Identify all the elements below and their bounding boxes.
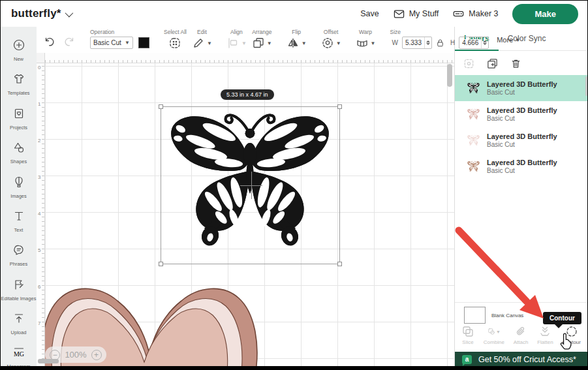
operation-select[interactable]: Basic Cut ▼ bbox=[90, 37, 133, 49]
group-select-button[interactable] bbox=[463, 57, 475, 70]
align-icon bbox=[226, 37, 240, 50]
ruler-number: 4 bbox=[38, 211, 40, 217]
flip-button[interactable]: ▼ bbox=[286, 37, 307, 50]
edit-button[interactable]: ▼ bbox=[192, 37, 212, 50]
attach-button[interactable]: Attach bbox=[514, 325, 529, 345]
duplicate-button[interactable] bbox=[486, 57, 499, 70]
sidebar-item-shapes[interactable]: Shapes bbox=[1, 136, 37, 170]
more-button[interactable]: More ▼ bbox=[493, 27, 524, 53]
header: butterfly* Save My Stuff Maker 3 Make bbox=[1, 1, 587, 27]
offset-label: Offset bbox=[324, 29, 339, 35]
layer-thumbnail-butterfly bbox=[467, 161, 480, 173]
width-input-box bbox=[402, 37, 432, 49]
undo-button[interactable] bbox=[43, 35, 56, 48]
caret-down-icon: ▼ bbox=[241, 40, 247, 46]
machine-select[interactable]: Maker 3 bbox=[453, 9, 498, 19]
my-stuff-button[interactable]: My Stuff bbox=[394, 9, 439, 19]
select-all-button[interactable] bbox=[168, 37, 181, 50]
warp-icon bbox=[356, 37, 369, 50]
color-swatch[interactable] bbox=[138, 37, 149, 48]
resize-handle-bottom-right[interactable] bbox=[337, 262, 342, 266]
layer-item[interactable]: Layered 3D ButterflyBasic Cut bbox=[455, 101, 588, 127]
edit-toolbar: Operation Basic Cut ▼ Select All Edit ▼ … bbox=[37, 27, 454, 53]
layer-list: Layered 3D ButterflyBasic CutLayered 3D … bbox=[455, 75, 588, 179]
contour-button[interactable]: Contour bbox=[562, 325, 580, 345]
sidebar-item-projects[interactable]: Projects bbox=[1, 102, 37, 136]
save-button[interactable]: Save bbox=[360, 9, 379, 18]
blank-canvas-label: Blank Canvas bbox=[491, 313, 523, 318]
resize-handle-top-left[interactable] bbox=[159, 104, 163, 109]
delete-button[interactable] bbox=[510, 57, 522, 70]
sidebar-item-text[interactable]: Text bbox=[1, 204, 37, 238]
sidebar-item-templates[interactable]: Templates bbox=[1, 67, 37, 101]
sidebar-item-label: Templates bbox=[7, 90, 29, 96]
sidebar-item-label: Shapes bbox=[10, 159, 27, 164]
offset-button[interactable]: ▼ bbox=[321, 37, 341, 50]
resize-handle-top-right[interactable] bbox=[337, 104, 342, 109]
slice-button[interactable]: Slice bbox=[461, 325, 474, 345]
align-button[interactable]: ▼ bbox=[226, 37, 247, 50]
sidebar-item-editable-images[interactable]: Editable Images bbox=[1, 273, 37, 307]
layer-operation: Basic Cut bbox=[487, 89, 557, 96]
app-window: butterfly* Save My Stuff Maker 3 Make Op… bbox=[0, 0, 588, 370]
layer-thumbnail-butterfly bbox=[467, 134, 480, 147]
images-icon bbox=[12, 176, 25, 191]
resize-handle-bottom-left[interactable] bbox=[159, 262, 163, 266]
sidebar-item-label: Upload bbox=[11, 330, 27, 335]
warp-button[interactable]: ▼ bbox=[356, 37, 376, 50]
layer-operation: Basic Cut bbox=[487, 167, 557, 174]
caret-down-icon: ▼ bbox=[267, 40, 272, 46]
sidebar-item-upload[interactable]: Upload bbox=[1, 307, 37, 341]
arrange-button[interactable]: ▼ bbox=[252, 37, 272, 50]
sidebar-item-label: Editable Images bbox=[1, 296, 37, 301]
promo-banner[interactable]: a Get 50% off Cricut Access* bbox=[455, 352, 588, 367]
canvas-vertical-scrollbar[interactable] bbox=[447, 64, 452, 87]
arrange-icon bbox=[252, 37, 265, 50]
machine-icon bbox=[453, 9, 464, 19]
sidebar-item-monogram[interactable]: MGMonogram bbox=[1, 341, 37, 370]
warp-label: Warp bbox=[359, 29, 372, 35]
action-label: Attach bbox=[514, 339, 529, 345]
make-button[interactable]: Make bbox=[512, 4, 578, 24]
machine-label: Maker 3 bbox=[469, 9, 498, 18]
zoom-in-button[interactable]: + bbox=[91, 350, 102, 360]
width-input[interactable] bbox=[403, 39, 424, 46]
ruler-number: 6 bbox=[38, 284, 40, 290]
attach-icon bbox=[514, 325, 527, 338]
caret-down-icon: ▼ bbox=[371, 40, 376, 46]
selection-box[interactable] bbox=[161, 106, 340, 264]
promo-text: Get 50% off Cricut Access* bbox=[478, 355, 576, 364]
layer-item[interactable]: Layered 3D ButterflyBasic Cut bbox=[455, 127, 588, 153]
ruler-number: 3 bbox=[38, 174, 40, 180]
layer-item[interactable]: Layered 3D ButterflyBasic Cut bbox=[455, 153, 588, 179]
caret-down-icon: ▼ bbox=[302, 40, 307, 46]
lock-icon[interactable] bbox=[435, 38, 445, 48]
sidebar-item-label: New bbox=[14, 56, 23, 62]
operation-value: Basic Cut bbox=[93, 39, 121, 46]
list-scrollbar[interactable] bbox=[585, 76, 587, 96]
width-stepper[interactable] bbox=[424, 37, 431, 48]
upload-icon bbox=[12, 312, 25, 328]
canvas-horizontal-scrollbar[interactable] bbox=[38, 359, 59, 363]
height-stepper[interactable] bbox=[481, 37, 488, 48]
project-title-menu[interactable]: butterfly* bbox=[1, 7, 71, 20]
cricut-access-logo: a bbox=[462, 355, 472, 364]
height-input[interactable] bbox=[459, 39, 481, 46]
layer-item[interactable]: Layered 3D ButterflyBasic Cut bbox=[455, 75, 588, 101]
sidebar-item-new[interactable]: New bbox=[1, 33, 37, 67]
caret-down-icon: ▼ bbox=[336, 40, 341, 46]
envelope-icon bbox=[394, 9, 405, 19]
sidebar-item-images[interactable]: Images bbox=[1, 170, 37, 204]
flatten-icon bbox=[538, 325, 551, 338]
canvas-color-swatch[interactable] bbox=[464, 307, 486, 324]
ruler-number: 5 bbox=[38, 247, 40, 253]
sidebar-item-phrases[interactable]: Phrases bbox=[1, 238, 37, 272]
ruler-number: 0 bbox=[38, 65, 40, 70]
projects-icon bbox=[12, 107, 25, 123]
combine-button[interactable]: ▼Combine bbox=[484, 325, 504, 345]
contour-tooltip: Contour bbox=[543, 312, 581, 324]
flatten-button[interactable]: Flatten bbox=[537, 325, 553, 345]
layer-operation: Basic Cut bbox=[487, 115, 557, 122]
phrases-icon bbox=[12, 243, 25, 259]
redo-button[interactable] bbox=[63, 35, 76, 48]
